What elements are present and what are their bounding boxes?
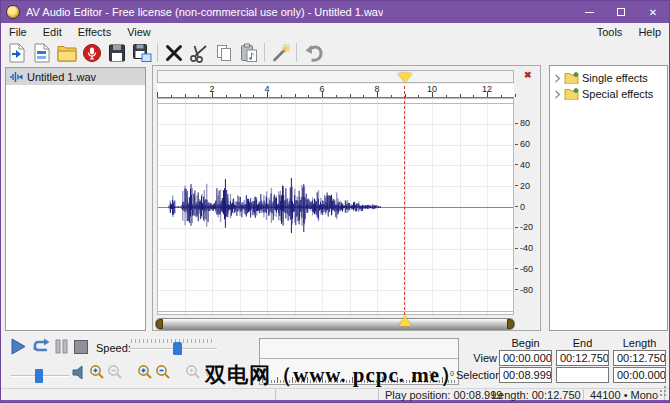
pause-button[interactable] <box>54 338 69 355</box>
ruler-tick <box>336 95 337 97</box>
zoom-in-vertical-button[interactable] <box>136 363 154 381</box>
view-begin-field[interactable] <box>499 350 552 366</box>
menu-effects[interactable]: Effects <box>70 25 119 39</box>
ruler-tick <box>363 95 364 97</box>
effects-wand-button[interactable] <box>268 41 293 64</box>
waveform-close-icon[interactable]: ✖ <box>524 70 532 80</box>
ruler-number: 4 <box>260 84 274 94</box>
new-audio-button[interactable] <box>4 41 29 64</box>
ruler-number: 10 <box>425 84 439 94</box>
undo-button[interactable] <box>300 41 325 64</box>
paste-icon <box>238 42 260 64</box>
speed-label: Speed: <box>96 342 131 354</box>
ruler-tick <box>226 95 227 97</box>
scrollbar-left-cap[interactable] <box>156 319 163 329</box>
column-header-end: End <box>556 337 609 349</box>
minimize-button[interactable] <box>573 1 605 23</box>
scale-label: 60 <box>520 139 540 149</box>
scale-tick <box>515 123 518 124</box>
overview-bar[interactable] <box>157 70 514 83</box>
speed-slider[interactable] <box>129 338 217 356</box>
toolbar-separator <box>296 43 297 62</box>
view-end-field[interactable] <box>556 350 609 366</box>
effects-folder-icon <box>564 72 579 84</box>
open-audio-as-button[interactable] <box>29 41 54 64</box>
scale-label: 40 <box>520 160 540 170</box>
copy-button[interactable] <box>211 41 236 64</box>
mute-button[interactable] <box>71 364 88 385</box>
save-icon <box>106 42 128 64</box>
ruler-tick <box>185 94 186 97</box>
file-list-item-label: Untitled 1.wav <box>27 71 96 83</box>
waveform-panel: 24681012 ✖ 806040200-20-40-60-80 <box>152 65 541 331</box>
scale-tick <box>515 268 518 269</box>
delete-icon <box>163 42 185 64</box>
ruler-tick <box>281 95 282 97</box>
close-button[interactable]: ✕ <box>637 1 669 23</box>
stop-button[interactable] <box>72 338 90 356</box>
zoom-in-horizontal-button[interactable] <box>88 363 106 381</box>
ruler-tick <box>418 95 419 97</box>
scale-label: 0 <box>520 202 540 212</box>
ruler-tick <box>308 95 309 97</box>
save-as-button[interactable] <box>129 41 154 64</box>
play-marker-bottom-icon[interactable] <box>399 316 411 326</box>
tree-item-label: Single effects <box>582 72 648 84</box>
watermark: 双电网（www. pcpc. me） <box>205 361 462 389</box>
volume-slider-thumb[interactable] <box>35 369 43 383</box>
preview-display <box>260 339 458 359</box>
record-button[interactable] <box>79 41 104 64</box>
tree-item-special-effects[interactable]: Special effects <box>550 86 667 102</box>
play-marker-top-icon[interactable] <box>398 73 412 82</box>
open-folder-button[interactable] <box>54 41 79 64</box>
save-as-icon <box>131 42 153 64</box>
minimize-icon <box>585 12 594 13</box>
ruler-tick <box>198 95 199 97</box>
view-length-field[interactable] <box>613 350 666 366</box>
selection-length-field[interactable] <box>613 367 666 383</box>
delete-button[interactable] <box>161 41 186 64</box>
zoom-selection-button[interactable] <box>184 363 202 381</box>
waveform-scrollbar[interactable] <box>155 318 515 330</box>
menu-edit[interactable]: Edit <box>35 25 70 39</box>
ruler-tick <box>157 92 158 97</box>
selection-end-field[interactable] <box>556 367 609 383</box>
menu-file[interactable]: File <box>1 25 35 39</box>
maximize-button[interactable] <box>605 1 637 23</box>
ruler-tick <box>515 94 516 97</box>
resize-grip[interactable] <box>664 394 666 396</box>
menu-help[interactable]: Help <box>630 25 669 39</box>
maximize-icon <box>617 8 625 16</box>
new-audio-icon <box>6 42 28 64</box>
save-button[interactable] <box>104 41 129 64</box>
play-button[interactable] <box>9 337 28 356</box>
menu-tools[interactable]: Tools <box>589 25 631 39</box>
cut-button[interactable] <box>186 41 211 64</box>
effects-folder-icon <box>564 88 579 100</box>
time-ruler[interactable]: 24681012 <box>157 84 514 98</box>
scale-tick <box>515 144 518 145</box>
window-controls: ✕ <box>573 1 669 23</box>
status-length: Length: 00:12.750 <box>486 389 584 400</box>
menu-bar: File Edit Effects View Tools Help <box>1 23 669 40</box>
speed-slider-thumb[interactable] <box>173 342 182 355</box>
paste-button[interactable] <box>236 41 261 64</box>
scale-tick <box>515 164 518 165</box>
tree-item-single-effects[interactable]: Single effects <box>550 70 667 86</box>
waveform-area[interactable] <box>157 98 514 315</box>
title-bar[interactable]: AV Audio Editor - Free license (non-comm… <box>1 1 669 23</box>
zoom-controls <box>88 363 220 381</box>
scrollbar-right-cap[interactable] <box>507 319 514 329</box>
zoom-out-horizontal-button[interactable] <box>106 363 124 381</box>
scale-tick <box>515 289 518 290</box>
zoom-out-vertical-button[interactable] <box>154 363 172 381</box>
file-list-item[interactable]: Untitled 1.wav <box>6 68 145 85</box>
ruler-number: 12 <box>480 84 494 94</box>
ruler-tick <box>240 94 241 97</box>
volume-slider[interactable] <box>11 368 69 384</box>
ruler-number: 2 <box>205 84 219 94</box>
selection-begin-field[interactable] <box>499 367 552 383</box>
effects-panel: Single effects Special effects <box>549 65 668 331</box>
loop-button[interactable] <box>31 337 51 356</box>
menu-view[interactable]: View <box>119 25 159 39</box>
